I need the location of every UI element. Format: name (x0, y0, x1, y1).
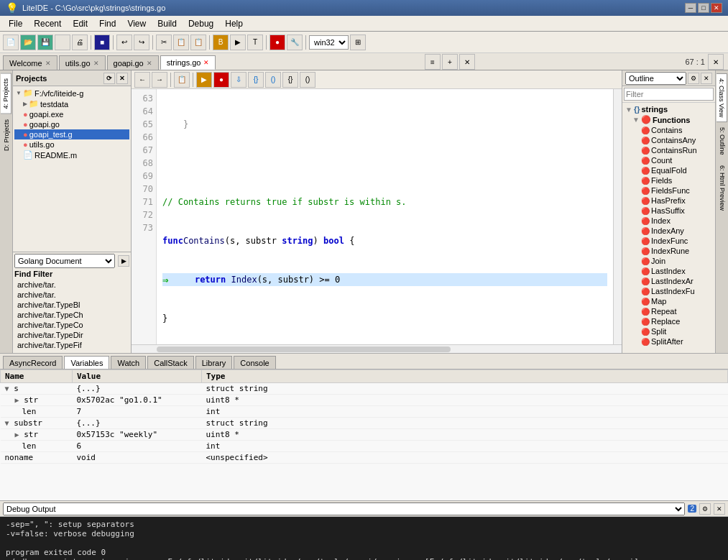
outline-indexrune[interactable]: 🔴 IndexRune (624, 246, 714, 256)
golang-doc-expand[interactable]: ▶ (118, 255, 129, 267)
outline-lastindex[interactable]: 🔴 LastIndex (624, 266, 714, 276)
outline-fields[interactable]: 🔴 Fields (624, 175, 714, 185)
undo-button[interactable]: ↩ (116, 35, 132, 50)
run-btn[interactable]: ▶ (230, 35, 246, 50)
tab-utils-close[interactable]: ✕ (93, 60, 99, 67)
menu-view[interactable]: View (121, 17, 152, 30)
outline-equalfold[interactable]: 🔴 EqualFold (624, 165, 714, 175)
find-item-6[interactable]: archive/tar.TypeFif (14, 340, 129, 350)
debug-tab-asyncrecord[interactable]: AsyncRecord (3, 356, 63, 369)
debug-tab-console[interactable]: Console (234, 356, 275, 369)
tab-goapi[interactable]: goapi.go ✕ (107, 55, 159, 70)
outline-splitafter[interactable]: 🔴 SplitAfter (624, 336, 714, 346)
minimize-button[interactable]: ─ (685, 3, 696, 13)
tab-welcome-close[interactable]: ✕ (45, 60, 51, 67)
expand-s[interactable]: ▼ (5, 385, 9, 393)
tree-testdata[interactable]: ▶ 📁 testdata (14, 98, 129, 109)
tree-goapi-exe[interactable]: ● goapi.exe (14, 109, 129, 119)
outline-repeat[interactable]: 🔴 Repeat (624, 306, 714, 316)
tab-new-btn[interactable]: + (442, 54, 458, 70)
var-row-substr-len[interactable]: len 6 int (1, 441, 728, 452)
editor-copy2[interactable]: 📋 (174, 72, 190, 88)
outline-settings[interactable]: ⚙ (688, 73, 699, 84)
outline-containsrun[interactable]: 🔴 ContainsRun (624, 145, 714, 155)
left-tab-d-projects[interactable]: D: Projects (1, 114, 12, 156)
stop-button[interactable]: ■ (94, 35, 110, 50)
debug-run-line[interactable]: () (300, 72, 315, 88)
menu-build[interactable]: Build (152, 17, 183, 30)
menu-file[interactable]: File (3, 17, 28, 30)
outline-functions-group[interactable]: ▼ 🔴 Functions (624, 114, 714, 125)
tab-utils[interactable]: utils.go ✕ (59, 55, 106, 70)
menu-help[interactable]: Help (219, 17, 249, 30)
var-row-noname[interactable]: noname void <unspecified> (1, 452, 728, 464)
editor-history-back[interactable]: ← (134, 72, 150, 88)
find-item-0[interactable]: archive/tar. (14, 280, 129, 290)
debug-content[interactable]: Name Value Type ▼ s {...} struct string … (0, 369, 728, 500)
platform-select[interactable]: win32 (309, 35, 349, 50)
outline-lastindexar[interactable]: 🔴 LastIndexAr (624, 276, 714, 286)
right-tab-outline[interactable]: 5: Outline (717, 122, 728, 160)
var-row-substr-str[interactable]: ▶ str 0x57153c "weekly" uint8 * (1, 429, 728, 441)
redo-button[interactable]: ↪ (134, 35, 149, 50)
right-tab-classview[interactable]: 4: Class View (717, 73, 727, 122)
find-item-1[interactable]: archive/tar. (14, 290, 129, 300)
var-row-s-str[interactable]: ▶ str 0x5702ac "go1.0.1" uint8 * (1, 395, 728, 406)
debug-continue[interactable]: ▶ (196, 72, 212, 88)
projects-sync-btn[interactable]: ⟳ (103, 73, 115, 84)
fmt-btn[interactable]: T (247, 35, 263, 50)
copy-button[interactable]: 📋 (173, 35, 189, 50)
outline-hassuffix[interactable]: 🔴 HasSuffix (624, 206, 714, 216)
debug-step-over[interactable]: {} (248, 72, 264, 88)
outline-join[interactable]: 🔴 Join (624, 256, 714, 266)
debug-tab-callstack[interactable]: CallStack (147, 356, 193, 369)
menu-find[interactable]: Find (93, 17, 121, 30)
save-file-button[interactable]: 💾 (37, 35, 53, 50)
find-item-7[interactable]: archive/tar.TypeLin (14, 350, 129, 352)
outline-select[interactable]: Outline (625, 72, 686, 85)
right-tab-htmlpreview[interactable]: 6: Html Preview (717, 160, 728, 216)
debug-output-content[interactable]: -sep=", ": setup separators -v=false: ve… (0, 517, 728, 560)
menu-edit[interactable]: Edit (67, 17, 93, 30)
debug-tab-watch[interactable]: Watch (111, 356, 146, 369)
editor-content[interactable]: 63 64 65 66 67 68 69 70 71 72 73 } // Co… (132, 89, 622, 344)
tab-welcome[interactable]: Welcome ✕ (3, 55, 57, 70)
outline-filter-input[interactable] (624, 88, 714, 101)
tree-goapi-go[interactable]: ● goapi.go (14, 119, 129, 129)
debug-step-out[interactable]: () (265, 72, 281, 88)
outline-index[interactable]: 🔴 Index (624, 216, 714, 226)
outline-count[interactable]: 🔴 Count (624, 155, 714, 165)
menu-recent[interactable]: Recent (28, 17, 67, 30)
outline-contains[interactable]: 🔴 Contains (624, 125, 714, 135)
outline-replace[interactable]: 🔴 Replace (624, 316, 714, 326)
projects-close-btn[interactable]: ✕ (116, 73, 128, 84)
find-item-3[interactable]: archive/tar.TypeCh (14, 310, 129, 320)
var-row-substr[interactable]: ▼ substr {...} struct string (1, 418, 728, 429)
expand-substr[interactable]: ▼ (5, 419, 9, 427)
print-button[interactable]: 🖨 (72, 35, 88, 50)
outline-root[interactable]: ▼ {} strings (624, 104, 714, 114)
outline-containsany[interactable]: 🔴 ContainsAny (624, 135, 714, 145)
editor-scrollbar[interactable] (613, 89, 622, 344)
debug-output-close[interactable]: ✕ (714, 503, 725, 515)
outline-indexfunc[interactable]: 🔴 IndexFunc (624, 236, 714, 246)
tree-utils-go[interactable]: ● utils.go (14, 139, 129, 150)
save-all-button[interactable] (55, 35, 70, 50)
tree-root[interactable]: ▼ 📁 F:/vfc/liteide-g (14, 88, 129, 98)
close-editor-btn[interactable]: ✕ (708, 54, 724, 70)
outline-close[interactable]: ✕ (701, 73, 712, 84)
debug-tab-variables[interactable]: Variables (64, 356, 109, 369)
outline-lastindexfu[interactable]: 🔴 LastIndexFu (624, 286, 714, 296)
editor-hscrollbar[interactable] (132, 344, 622, 353)
open-file-button[interactable]: 📂 (20, 35, 36, 50)
debug-run-to[interactable]: {} (282, 72, 298, 88)
menu-debug[interactable]: Debug (183, 17, 219, 30)
tab-goapi-close[interactable]: ✕ (147, 60, 152, 67)
find-item-4[interactable]: archive/tar.TypeCo (14, 320, 129, 330)
editor-history-fwd[interactable]: → (152, 72, 167, 88)
tab-close-all-btn[interactable]: ✕ (459, 54, 475, 70)
debug-output-select[interactable]: Debug Output (3, 502, 685, 515)
debug-stop2[interactable]: ● (213, 72, 229, 88)
find-item-5[interactable]: archive/tar.TypeDir (14, 330, 129, 340)
var-row-s[interactable]: ▼ s {...} struct string (1, 383, 728, 395)
